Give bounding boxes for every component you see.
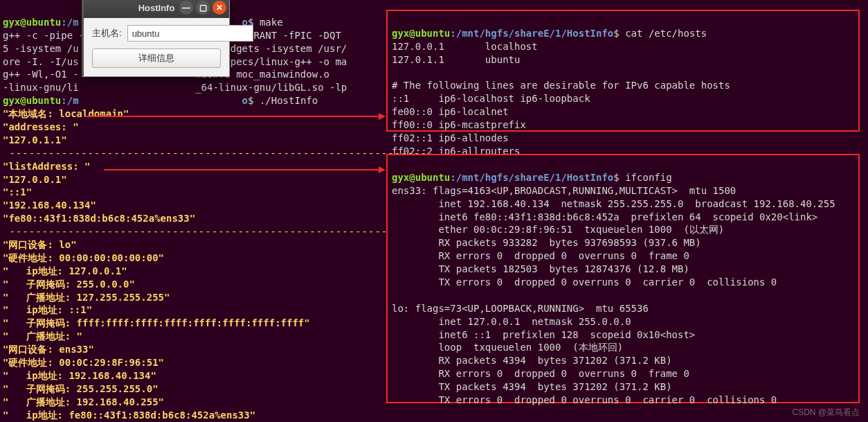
detail-button[interactable]: 详细信息: [92, 49, 221, 68]
prompt-user: gyx@ubuntu: [3, 17, 61, 28]
ifconfig-line: TX errors 0 dropped 0 overruns 0 carrier…: [392, 394, 777, 405]
dialog-title: HostInfo: [138, 2, 175, 15]
hosts-line: 127.0.1.1 ubuntu: [392, 54, 520, 65]
output-line: "本地域名: localdomain": [3, 108, 129, 119]
hosts-line: ff02::1 ip6-allnodes: [392, 132, 509, 143]
prompt-user: gyx@ubuntu: [392, 172, 450, 183]
separator-line: ----------------------------------------…: [3, 148, 427, 159]
prompt-user: gyx@ubuntu: [392, 28, 450, 39]
ifconfig-line: ens33: flags=4163<UP,BROADCAST,RUNNING,M…: [392, 185, 736, 196]
ifconfig-line: RX packets 933282 bytes 937698593 (937.6…: [392, 237, 701, 248]
output-line: " ip地址: ::1": [3, 304, 92, 315]
output-line: "127.0.1.1": [3, 134, 67, 146]
output-line: " ip地址: 127.0.0.1": [3, 265, 127, 276]
ifconfig-line: TX packets 182503 bytes 12874376 (12.8 M…: [392, 263, 689, 274]
ifconfig-line: TX errors 0 dropped 0 overruns 0 carrier…: [392, 276, 777, 288]
output-line: " 子网掩码: 255.0.0.0": [3, 279, 135, 290]
prompt-path: :/mnt/hgfs/shareE/1/HostInfo: [450, 172, 613, 183]
terminal-ifconfig: gyx@ubuntu:/mnt/hgfs/shareE/1/HostInfo$ …: [386, 154, 860, 403]
ifconfig-line: RX errors 0 dropped 0 overruns 0 frame 0: [392, 368, 689, 379]
close-icon[interactable]: ✕: [213, 1, 226, 15]
annotation-arrow: [104, 169, 384, 170]
annotation-arrow: [85, 116, 384, 117]
prompt-user: gyx@ubuntu: [3, 95, 61, 106]
output-line: "addresses: ": [3, 121, 79, 132]
output-line: "网口设备: lo": [3, 239, 77, 250]
cmd-hostinfo: $ ./HostInfo: [248, 95, 318, 106]
prompt-path: :/m: [61, 17, 78, 28]
cmd-cat-hosts: $ cat /etc/hosts: [613, 28, 707, 39]
output-line: " 广播地址: 127.255.255.255": [3, 292, 170, 303]
hosts-line: ff00::0 ip6-mcastprefix: [392, 119, 526, 130]
output-line: " 广播地址: ": [3, 331, 82, 342]
hosts-line: 127.0.0.1 localhost: [392, 41, 538, 52]
hostname-label: 主机名:: [92, 27, 122, 39]
output-line: "硬件地址: 00:00:00:00:00:00": [3, 252, 164, 263]
hostinfo-dialog[interactable]: HostInfo — ▢ ✕ 主机名: 详细信息: [82, 0, 230, 77]
ifconfig-line: ether 00:0c:29:8f:96:51 txqueuelen 1000 …: [392, 224, 724, 235]
ifconfig-line: RX packets 4394 bytes 371202 (371.2 KB): [392, 355, 672, 366]
output-line: "fe80::43f1:838d:b6c8:452a%ens33": [3, 213, 195, 224]
cmd-ifconfig: $ ifconfig: [613, 172, 671, 183]
output-line: "192.168.40.134": [3, 200, 96, 211]
hosts-line: ::1 ip6-localhost ip6-loopback: [392, 93, 590, 104]
minimize-icon[interactable]: —: [179, 1, 193, 15]
ifconfig-line: inet6 fe80::43f1:838d:b6c8:452a prefixle…: [392, 211, 817, 222]
output-line: "网口设备: ens33": [3, 344, 94, 355]
hostname-input[interactable]: [127, 25, 253, 42]
output-line: " 子网掩码: 255.255.255.0": [3, 383, 159, 394]
terminal-cat-hosts: gyx@ubuntu:/mnt/hgfs/shareE/1/HostInfo$ …: [386, 10, 860, 132]
output-line: "listAddress: ": [3, 161, 90, 172]
ifconfig-line: TX packets 4394 bytes 371202 (371.2 KB): [392, 381, 672, 392]
ifconfig-line: inet6 ::1 prefixlen 128 scopeid 0x10<hos…: [392, 329, 695, 340]
compile-line: -linux-gnu/li _64-linux-gnu/libGL.so -lp: [3, 82, 347, 93]
cmd-make: $ make: [248, 17, 283, 28]
dialog-titlebar[interactable]: HostInfo — ▢ ✕: [84, 0, 229, 18]
prompt-suffix: o: [242, 95, 248, 106]
ifconfig-line: inet 127.0.0.1 netmask 255.0.0.0: [392, 316, 631, 327]
output-line: " ip地址: 192.168.40.134": [3, 370, 156, 381]
output-line: "::1": [3, 186, 32, 197]
output-line: "127.0.0.1": [3, 174, 67, 185]
output-line: "硬件地址: 00:0C:29:8F:96:51": [3, 357, 164, 368]
output-line: " 广播地址: 192.168.40.255": [3, 396, 164, 407]
hosts-line: fe00::0 ip6-localnet: [392, 106, 509, 117]
maximize-icon[interactable]: ▢: [196, 1, 210, 15]
separator-line: ----------------------------------------…: [3, 226, 427, 237]
ifconfig-line: loop txqueuelen 1000 (本地环回): [392, 342, 623, 353]
watermark: CSDN @菜鸟看点: [792, 407, 860, 418]
ifconfig-line: lo: flags=73<UP,LOOPBACK,RUNNING> mtu 65…: [392, 303, 649, 314]
output-line: " 子网掩码: ffff:ffff:ffff:ffff:ffff:ffff:ff…: [3, 317, 310, 328]
prompt-path: :/m: [61, 95, 78, 106]
ifconfig-line: inet 192.168.40.134 netmask 255.255.255.…: [392, 198, 835, 209]
hosts-line: # The following lines are desirable for …: [392, 80, 730, 91]
output-line: " ip地址: fe80::43f1:838d:b6c8:452a%ens33": [3, 410, 255, 421]
prompt-path: :/mnt/hgfs/shareE/1/HostInfo: [450, 28, 613, 39]
ifconfig-line: RX errors 0 dropped 0 overruns 0 frame 0: [392, 250, 689, 261]
